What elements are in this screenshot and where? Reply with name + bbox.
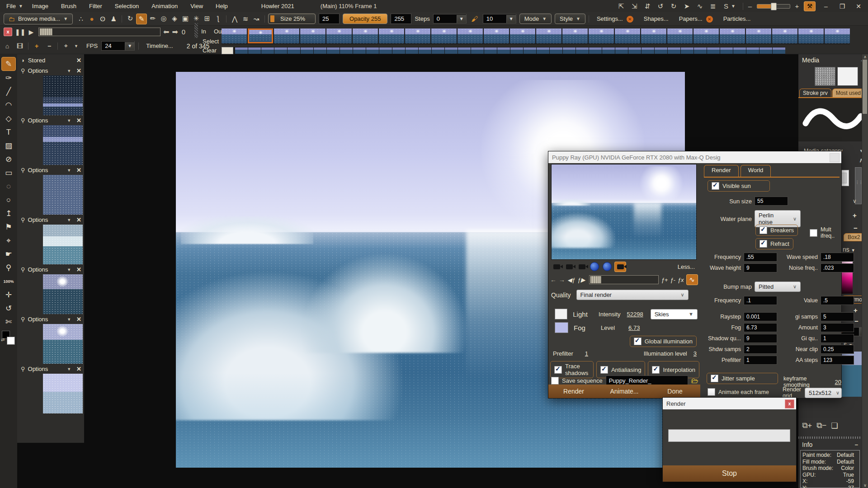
global-illumination-group[interactable]: Global illumination <box>630 336 697 347</box>
chevron-down-icon[interactable]: ▼ <box>67 118 71 123</box>
param-field[interactable]: 9 <box>744 334 777 343</box>
prefilter-value[interactable]: 1 <box>585 350 588 357</box>
jitter-sample-checkbox[interactable] <box>711 375 718 382</box>
filmstrip-frame[interactable] <box>589 28 614 43</box>
secondary-color-swatch[interactable] <box>7 337 15 345</box>
menu-filter[interactable]: Filter <box>83 1 108 11</box>
next-key-icon[interactable]: → <box>559 276 565 283</box>
slider-knob[interactable] <box>771 3 777 10</box>
param-field[interactable]: 0.001 <box>744 312 777 321</box>
param-field[interactable]: 9 <box>744 263 777 272</box>
add-media-button[interactable]: + <box>853 211 857 219</box>
filmstrip-frame[interactable] <box>641 28 666 43</box>
smear-tool[interactable]: ✑ <box>2 71 15 84</box>
menu-selection[interactable]: Selection <box>108 1 145 11</box>
mark-in-button[interactable]: In <box>201 28 206 35</box>
close-dialog-button[interactable] <box>830 153 840 162</box>
remove-stored-button[interactable]: ✕ <box>76 316 81 323</box>
key-last-icon[interactable]: ƒ▶ <box>577 277 585 283</box>
substrip-frame[interactable] <box>471 47 484 54</box>
chevron-down-icon[interactable]: ▼ <box>67 367 71 371</box>
filmstrip-frame[interactable] <box>667 28 693 43</box>
chevron-down-icon[interactable]: ▼ <box>67 168 71 173</box>
substrip-frame[interactable] <box>340 47 353 54</box>
illumination-value[interactable]: 3 <box>693 350 697 357</box>
pin-icon[interactable]: ⚲ <box>21 266 25 273</box>
particles-button[interactable]: Particles... <box>723 15 751 22</box>
window-restore-button[interactable]: ❐ <box>836 3 848 10</box>
scroll-up-icon[interactable]: ∧ <box>862 55 868 59</box>
key-delete-all-button[interactable]: ƒx <box>678 277 684 283</box>
scroll-down-icon[interactable]: ∨ <box>853 198 857 204</box>
pin-icon[interactable]: ⚲ <box>21 167 25 174</box>
pin-icon[interactable]: ⚲ <box>21 117 25 124</box>
stop-button[interactable]: Stop <box>663 465 796 482</box>
remove-stored-button[interactable]: ✕ <box>76 216 81 223</box>
style-button[interactable]: Style▼ <box>555 14 585 24</box>
frame-hold-icon[interactable]: ❚❚ <box>15 28 24 36</box>
settings-button[interactable]: Settings...✕ <box>597 15 633 23</box>
timeline-scrub-slider[interactable] <box>38 28 160 36</box>
param-field[interactable]: 5 <box>821 312 854 321</box>
chevron-down-icon[interactable]: ▼ <box>67 218 71 222</box>
remove-stored-button[interactable]: ✕ <box>76 366 81 372</box>
animate-each-frame-group[interactable]: Animate each frame <box>708 388 769 396</box>
prev-frame-button[interactable]: ⬅ <box>163 28 169 36</box>
substrip-frame[interactable] <box>497 47 510 54</box>
curve-editor-button[interactable]: ∿ <box>686 274 698 285</box>
add-color-button[interactable]: + <box>854 306 858 314</box>
bump-map-dropdown[interactable]: Pitted ∨ <box>755 282 801 292</box>
jitter-group[interactable]: Jitter sample <box>707 373 778 384</box>
wave-tool-icon[interactable]: ∿ <box>695 2 704 10</box>
tab-most-used[interactable]: Most used <box>832 89 864 97</box>
stored-options-button[interactable]: Options <box>28 167 65 174</box>
param-field[interactable]: .5 <box>821 296 854 305</box>
animate-button[interactable]: Animate... <box>599 388 650 395</box>
remove-stored-button[interactable]: ✕ <box>76 67 81 74</box>
add-frame-button[interactable]: + <box>32 42 41 50</box>
save-sequence-checkbox[interactable] <box>551 377 559 385</box>
param-field[interactable]: 123 <box>821 356 854 365</box>
substrip-frame[interactable] <box>576 47 589 54</box>
shape-tool[interactable]: ◇ <box>2 112 15 125</box>
substrip-frame[interactable] <box>510 47 523 54</box>
substrip-frame[interactable] <box>327 47 340 54</box>
curve-tool[interactable]: ◠ <box>2 99 15 112</box>
scrollbar-thumb[interactable] <box>863 60 867 114</box>
zoom-in-button[interactable]: + <box>795 2 799 10</box>
remove-media-button[interactable]: − <box>854 224 858 232</box>
camera-left-icon[interactable] <box>551 262 562 272</box>
param-field[interactable]: 1 <box>744 356 777 365</box>
breakers-checkbox[interactable] <box>760 226 767 234</box>
remove-frame-button[interactable]: − <box>45 42 54 50</box>
filmstrip-frame[interactable] <box>353 28 378 43</box>
remove-color-button[interactable]: − <box>854 317 859 325</box>
refract-checkbox[interactable] <box>760 240 767 248</box>
paint-blob-icon[interactable]: ● <box>87 14 97 24</box>
stored-options-button[interactable]: Options <box>28 117 65 124</box>
camera-view-icon[interactable] <box>614 262 626 272</box>
swap-buffer-icon[interactable]: ⇵ <box>643 2 652 10</box>
menu-view[interactable]: View <box>184 1 209 11</box>
quality-dropdown[interactable]: Final render ∨ <box>576 290 689 300</box>
substrip-frame[interactable] <box>707 47 720 54</box>
global-illumination-checkbox[interactable] <box>634 338 642 345</box>
keyframe-pin-button[interactable]: ⌖ <box>61 42 71 50</box>
menu-animation[interactable]: Animation <box>145 1 184 11</box>
substrip-frame[interactable] <box>406 47 418 54</box>
browse-media-button[interactable]: 🗀 Browse media... ▼ <box>4 14 73 24</box>
lasso-icon[interactable]: ƪ <box>213 14 223 23</box>
play-icon[interactable]: ▶ <box>27 28 36 36</box>
eye-icon[interactable]: ◑ <box>21 57 24 64</box>
blank-page-icon[interactable]: ❏ <box>831 421 838 431</box>
menu-brush[interactable]: Brush <box>55 1 83 11</box>
collapse-info-button[interactable]: – <box>855 441 858 448</box>
substrip-frame[interactable] <box>366 47 379 54</box>
fps-dropdown[interactable]: 24 ▼ <box>101 41 135 51</box>
menu-help[interactable]: Help <box>209 1 234 11</box>
options-dropdown-partial[interactable]: ns ▼ <box>843 246 855 253</box>
shapes-button[interactable]: Shapes... <box>644 15 669 22</box>
chevron-down-icon[interactable]: ▼ <box>19 4 23 9</box>
spiral-icon[interactable]: ◎ <box>159 14 169 23</box>
visible-sun-group[interactable]: Visible sun <box>708 180 770 192</box>
